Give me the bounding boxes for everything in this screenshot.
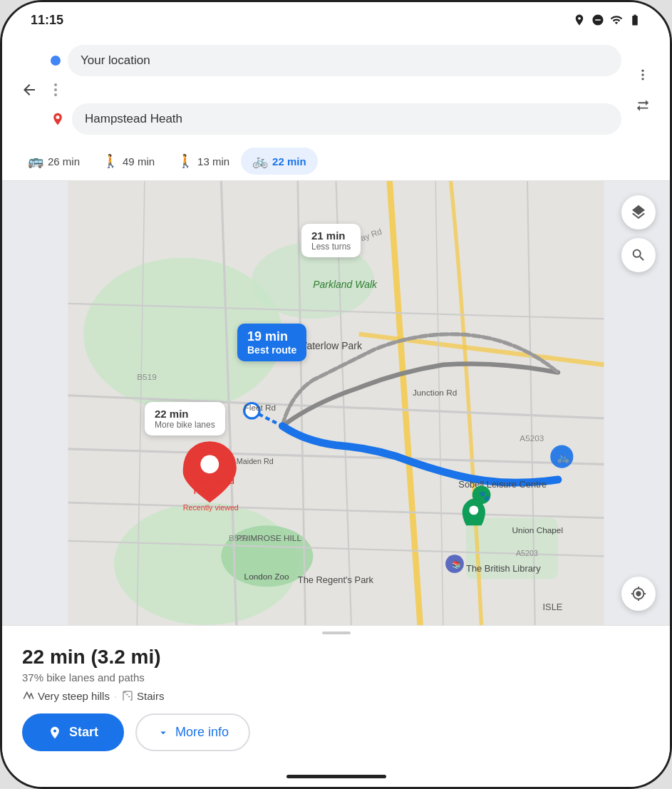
svg-text:Maiden Rd: Maiden Rd [237,457,274,465]
less-turns-desc: Less turns [311,242,351,252]
bike-icon: 🚲 [252,153,268,169]
transit-time: 26 min [48,155,80,167]
origin-row: Your location [51,45,621,76]
svg-point-11 [200,455,219,474]
tab-walk-long[interactable]: 🚶 49 min [91,148,166,175]
svg-point-3 [641,78,643,80]
svg-text:The Regent's Park: The Regent's Park [298,574,374,585]
route-label-less-turns[interactable]: 21 min Less turns [301,224,361,257]
origin-dot [51,56,61,66]
tab-walk-short[interactable]: 🚶 13 min [166,148,241,175]
steep-hills-feature: Very steep hills [22,689,110,702]
bottom-sheet-handle [322,631,351,634]
svg-text:A5203: A5203 [516,549,538,557]
wifi-status-icon [610,14,623,26]
svg-point-2 [641,73,643,76]
best-route-desc: Best route [247,344,296,356]
svg-text:Fleet Rd: Fleet Rd [244,403,276,413]
dnd-status-icon [591,14,604,26]
bike-lanes-time: 22 min [155,408,215,420]
svg-text:B509: B509 [229,533,249,543]
navigation-icon [48,726,62,740]
svg-text:🐾: 🐾 [479,490,491,502]
layers-icon [630,204,647,221]
walk2-icon: 🚶 [177,153,193,169]
route-connector [54,82,57,98]
back-button[interactable] [16,77,42,103]
action-buttons: Start More info [22,713,650,751]
destination-input[interactable]: Hampstead Heath [72,103,621,135]
back-icon [21,81,38,98]
hills-icon [22,689,35,702]
walk-icon: 🚶 [103,153,118,169]
svg-text:Hampstead: Hampstead [189,476,234,486]
layers-button[interactable] [621,195,656,230]
less-turns-time: 21 min [311,230,351,242]
home-indicator [286,775,386,778]
best-route-time: 19 min [247,329,296,344]
status-time: 11:15 [31,13,63,28]
walk-long-time: 49 min [123,155,155,167]
stairs-label: Stairs [137,690,164,702]
transport-tabs: 🚌 26 min 🚶 49 min 🚶 13 min 🚲 22 min [2,142,670,181]
swap-icon [635,97,651,113]
svg-text:ISLE: ISLE [543,602,563,612]
svg-text:Recently viewed: Recently viewed [183,503,239,512]
svg-text:The British Library: The British Library [466,563,541,574]
route-features: Very steep hills · Stairs [22,689,650,702]
steep-hills-label: Very steep hills [38,690,110,702]
svg-text:Parkland Walk: Parkland Walk [313,279,378,290]
destination-pin-icon [51,110,65,128]
my-location-icon [631,586,646,602]
more-options-button[interactable] [630,62,656,88]
chevron-down-icon [157,726,170,739]
route-summary-subtitle: 37% bike lanes and paths [22,671,650,684]
route-label-bike-lanes[interactable]: 22 min More bike lanes [145,402,225,435]
swap-button[interactable] [630,92,656,118]
svg-point-32 [469,505,478,515]
search-map-button[interactable] [621,238,656,272]
svg-text:Junction Rd: Junction Rd [413,388,457,398]
home-bar [2,765,670,787]
bike-lanes-desc: More bike lanes [155,420,215,430]
map-area: Parkland Walk Waterlow Park Hampstead He… [2,181,670,625]
bottom-sheet: 22 min (3.2 mi) 37% bike lanes and paths… [2,625,670,765]
start-label: Start [69,725,98,740]
walk-short-time: 13 min [197,155,229,167]
status-icons [573,14,641,26]
svg-point-0 [56,115,60,119]
destination-row: Hampstead Heath [51,103,621,135]
location-status-icon [573,14,586,26]
origin-input[interactable]: Your location [68,45,621,76]
tab-bike[interactable]: 🚲 22 min [241,148,318,175]
status-bar: 11:15 [2,2,670,38]
transit-icon: 🚌 [28,153,43,169]
my-location-button[interactable] [621,577,656,611]
svg-text:A5203: A5203 [519,433,544,443]
stairs-icon [121,689,134,702]
svg-text:Sobell Leisure Centre: Sobell Leisure Centre [458,479,547,490]
phone-frame: 11:15 Your location [0,0,672,789]
more-options-icon [636,68,650,82]
more-info-button[interactable]: More info [135,713,250,751]
tab-transit[interactable]: 🚌 26 min [16,148,91,175]
search-map-icon [631,247,646,263]
route-inputs: Your location Hampstead Heath [51,45,621,135]
header-actions [630,62,656,118]
start-button[interactable]: Start [22,713,124,751]
svg-point-1 [641,70,643,72]
svg-text:📚: 📚 [452,560,462,569]
svg-text:B519: B519 [137,372,157,382]
svg-text:London Zoo: London Zoo [244,572,289,582]
more-info-label: More info [175,725,229,740]
route-label-best[interactable]: 19 min Best route [237,324,306,361]
battery-status-icon [629,14,641,26]
svg-text:Waterlow Park: Waterlow Park [298,340,362,351]
svg-text:🚲: 🚲 [557,451,570,464]
stairs-feature: Stairs [121,689,164,702]
bike-time: 22 min [272,155,306,167]
svg-text:Union Chapel: Union Chapel [512,525,563,535]
route-summary-title: 22 min (3.2 mi) [22,646,650,669]
svg-text:Heath: Heath [194,486,217,496]
nav-header: Your location Hampstead Heath [2,38,670,142]
